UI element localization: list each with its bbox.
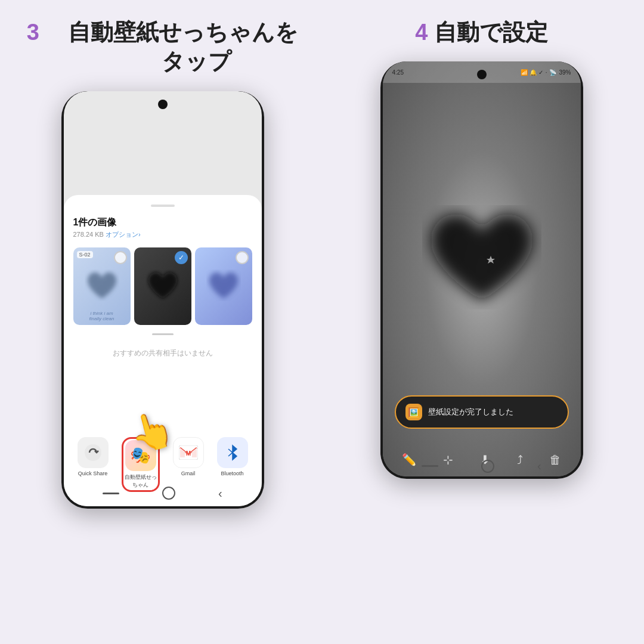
- thumb-3: [195, 247, 252, 325]
- thumb-2: ✓: [134, 247, 191, 325]
- nav-home[interactable]: [162, 487, 175, 500]
- thumb-label-s02: S-02: [77, 251, 93, 258]
- thumbnails-row: S-02 i think i am finally cle: [73, 247, 252, 325]
- bluetooth-item[interactable]: Bluetooth: [217, 437, 248, 492]
- main-container: 3 自動壁紙せっちゃんを タップ 1件の画像 278.24 KB オプション›: [0, 0, 644, 644]
- quick-share-icon: [78, 437, 109, 468]
- thumb-3-radio[interactable]: [236, 251, 249, 264]
- step-4-text: 自動で設定: [434, 20, 548, 45]
- nav-back-right[interactable]: ‹: [537, 459, 541, 473]
- recommended-text: おすすめの共有相手はいません: [73, 348, 252, 358]
- phone-camera-left: [158, 100, 168, 109]
- heart-large: [422, 204, 541, 317]
- phone-screen-right: 4:25 📶 🔔 ✓ · 📡 39% ‹ ▶ ⋮: [383, 61, 581, 476]
- right-panel: 4 自動で設定 4:25 📶 🔔 ✓ · 📡 39% ‹: [331, 18, 632, 479]
- bluetooth-icon: [217, 437, 248, 468]
- share-sheet: 1件の画像 278.24 KB オプション› S-02: [64, 195, 262, 506]
- share-subtitle: 278.24 KB オプション›: [73, 230, 252, 239]
- nav-recents-right[interactable]: [422, 465, 438, 467]
- wifi-icon: 📡: [549, 69, 556, 76]
- share-title: 1件の画像: [73, 216, 252, 229]
- status-icons: 📶 🔔 ✓: [521, 69, 543, 76]
- step-3-number: 3: [27, 20, 39, 45]
- nav-back[interactable]: ‹: [218, 487, 222, 500]
- bluetooth-label: Bluetooth: [221, 470, 243, 476]
- left-panel: 3 自動壁紙せっちゃんを タップ 1件の画像 278.24 KB オプション›: [12, 18, 313, 509]
- options-link[interactable]: オプション›: [106, 231, 141, 238]
- phone-right: 4:25 📶 🔔 ✓ · 📡 39% ‹ ▶ ⋮: [380, 61, 583, 479]
- step-4-number: 4: [415, 20, 428, 45]
- quick-share-label: Quick Share: [78, 470, 108, 476]
- quick-share-item[interactable]: Quick Share: [78, 437, 109, 492]
- nav-bar-left: ‹: [64, 487, 262, 500]
- toast-text: 壁紙設定が完了しました: [428, 407, 513, 417]
- left-panel-title: 3 自動壁紙せっちゃんを タップ: [27, 18, 299, 77]
- step-3-text: 自動壁紙せっちゃんを タップ: [45, 20, 298, 74]
- svg-point-0: [85, 444, 101, 461]
- time-display: 4:25: [392, 69, 404, 76]
- toast-notification: 🖼️ 壁紙設定が完了しました: [395, 395, 569, 429]
- share-handle: [151, 205, 175, 207]
- right-panel-title: 4 自動で設定: [415, 18, 548, 47]
- gmail-label: Gmail: [181, 470, 196, 476]
- battery: 39%: [559, 69, 571, 76]
- nav-bar-right: ‹: [383, 459, 581, 473]
- nav-recents[interactable]: [103, 493, 119, 494]
- nav-home-right[interactable]: [481, 460, 494, 473]
- thumb-2-check[interactable]: ✓: [175, 251, 188, 264]
- file-size: 278.24 KB: [73, 231, 104, 238]
- phone-left: 1件の画像 278.24 KB オプション› S-02: [61, 91, 264, 509]
- svg-text:M: M: [185, 450, 190, 457]
- phone-camera-right: [477, 70, 487, 79]
- toast-icon: 🖼️: [405, 404, 422, 420]
- thumb-1: S-02 i think i am finally cle: [73, 247, 131, 325]
- thumb-1-radio[interactable]: [114, 251, 127, 264]
